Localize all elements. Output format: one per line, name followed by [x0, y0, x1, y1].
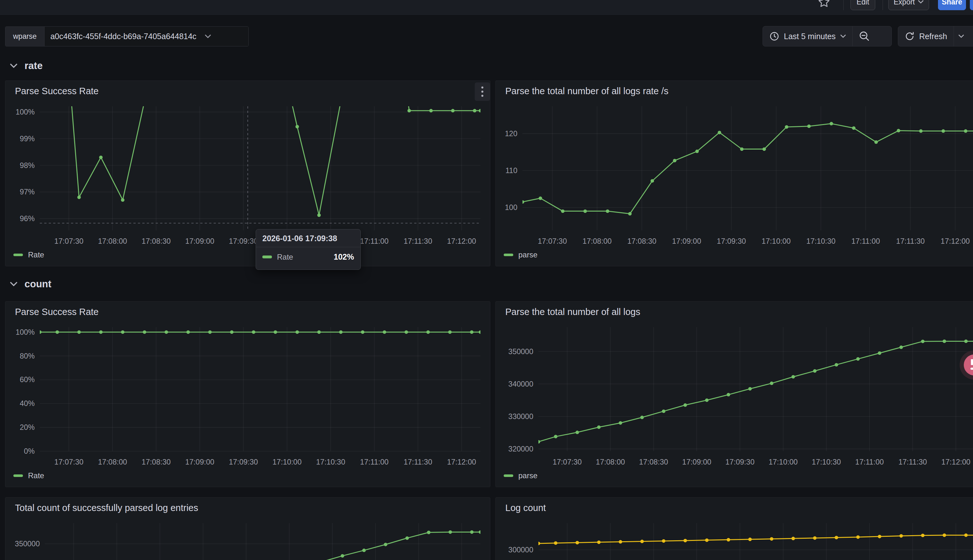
panel-title[interactable]: Parse Success Rate: [15, 307, 99, 317]
svg-text:17:11:30: 17:11:30: [898, 458, 927, 466]
svg-text:17:09:30: 17:09:30: [229, 458, 258, 466]
export-button[interactable]: Export: [888, 0, 929, 10]
svg-text:100%: 100%: [16, 108, 35, 116]
svg-text:17:10:00: 17:10:00: [762, 237, 791, 245]
chart-tooltip: 2026-01-06 17:09:38 Rate 102%: [256, 229, 361, 270]
svg-text:17:09:30: 17:09:30: [717, 237, 746, 245]
panel-parse-success-rate: 17:07:3017:08:0017:08:3017:09:0017:09:30…: [5, 80, 490, 266]
svg-text:97%: 97%: [20, 188, 35, 196]
legend-item-parse[interactable]: parse: [504, 471, 537, 480]
legend-swatch: [13, 474, 23, 477]
svg-text:98%: 98%: [20, 161, 35, 170]
panel-title[interactable]: Log count: [505, 503, 546, 513]
svg-text:17:12:00: 17:12:00: [447, 237, 476, 245]
svg-text:17:10:30: 17:10:30: [812, 458, 841, 466]
panel-title[interactable]: Parse the total number of all logs rate …: [505, 86, 669, 97]
svg-text:40%: 40%: [20, 399, 35, 408]
svg-text:17:08:00: 17:08:00: [98, 458, 127, 466]
chart-parse-success-rate-count[interactable]: 17:07:3017:08:0017:08:3017:09:0017:09:30…: [5, 302, 490, 487]
svg-text:17:11:30: 17:11:30: [404, 458, 432, 466]
svg-text:20%: 20%: [20, 423, 35, 432]
export-button-label: Export: [894, 0, 915, 7]
panel-title[interactable]: Parse the total number of all logs: [505, 307, 640, 317]
panel-parsed-entries-total: 17:07:3017:08:0017:08:3017:09:0017:09:30…: [5, 497, 490, 560]
time-range-picker: Last 5 minutes: [763, 26, 892, 47]
legend-label: parse: [518, 250, 537, 259]
zoom-out-button[interactable]: [853, 27, 876, 46]
toolbar-divider: [883, 0, 883, 10]
section-title-count: count: [25, 278, 51, 290]
refresh-interval-dropdown[interactable]: [954, 27, 968, 46]
svg-text:17:08:30: 17:08:30: [639, 458, 668, 466]
svg-text:17:10:00: 17:10:00: [769, 458, 798, 466]
chart-log-count[interactable]: 17:07:3017:08:0017:08:3017:09:0017:09:30…: [496, 498, 973, 560]
star-icon[interactable]: [818, 0, 830, 8]
svg-text:17:09:00: 17:09:00: [682, 458, 711, 466]
zoom-out-icon: [859, 31, 870, 42]
chevron-down-icon: [840, 34, 846, 38]
variable-value-text: a0c463fc-455f-4ddc-b69a-7405a644814c: [50, 32, 197, 41]
svg-text:80%: 80%: [20, 352, 35, 360]
tooltip-series-swatch: [262, 255, 272, 258]
legend-item-parse[interactable]: parse: [504, 250, 537, 259]
svg-text:17:09:30: 17:09:30: [229, 237, 258, 245]
svg-text:17:08:30: 17:08:30: [142, 237, 171, 245]
svg-text:120: 120: [505, 130, 517, 138]
svg-text:17:08:30: 17:08:30: [627, 237, 656, 245]
svg-text:17:10:30: 17:10:30: [316, 458, 345, 466]
svg-text:17:11:00: 17:11:00: [360, 458, 389, 466]
refresh-icon: [905, 31, 915, 42]
kebab-icon: [481, 86, 484, 97]
legend-swatch: [504, 253, 513, 256]
chevron-down-icon: [958, 34, 964, 38]
chart-logs-rate[interactable]: 17:07:3017:08:0017:08:3017:09:0017:09:30…: [496, 81, 973, 266]
chevron-down-icon: [918, 0, 924, 4]
template-variable-control[interactable]: wparse a0c463fc-455f-4ddc-b69a-7405a6448…: [5, 27, 249, 47]
legend-label: Rate: [28, 471, 44, 480]
share-dropdown-button[interactable]: [970, 0, 973, 10]
svg-text:17:09:00: 17:09:00: [185, 237, 214, 245]
svg-text:330000: 330000: [509, 412, 533, 421]
svg-text:17:12:00: 17:12:00: [941, 237, 970, 245]
panel-title[interactable]: Total count of successfully parsed log e…: [15, 503, 198, 513]
panel-title[interactable]: Parse Success Rate: [15, 86, 99, 97]
legend-item-rate[interactable]: Rate: [13, 471, 44, 480]
edit-button[interactable]: Edit: [850, 0, 875, 10]
share-button-label: Share: [942, 0, 962, 7]
svg-text:100: 100: [505, 203, 517, 212]
chart-total-logs[interactable]: 17:07:3017:08:0017:08:3017:09:0017:09:30…: [496, 302, 973, 487]
svg-text:17:07:30: 17:07:30: [55, 458, 83, 466]
chevron-down-icon: [205, 34, 211, 38]
time-range-button[interactable]: Last 5 minutes: [763, 27, 852, 46]
svg-text:17:07:30: 17:07:30: [538, 237, 567, 245]
variable-value-dropdown[interactable]: a0c463fc-455f-4ddc-b69a-7405a644814c: [45, 27, 248, 46]
share-button[interactable]: Share: [938, 0, 966, 10]
notification-bubble[interactable]: [964, 355, 973, 375]
svg-text:110: 110: [506, 167, 517, 175]
svg-text:100%: 100%: [16, 328, 35, 336]
notification-bubble-glyph: [970, 359, 973, 371]
clock-icon: [769, 31, 779, 42]
section-row-count[interactable]: count: [10, 278, 51, 290]
svg-text:17:11:00: 17:11:00: [855, 458, 884, 466]
svg-text:17:09:00: 17:09:00: [672, 237, 701, 245]
svg-text:17:10:30: 17:10:30: [806, 237, 835, 245]
section-row-rate[interactable]: rate: [10, 60, 43, 72]
panel-log-count: 17:07:3017:08:0017:08:3017:09:0017:09:30…: [496, 497, 973, 560]
svg-text:17:07:30: 17:07:30: [553, 458, 582, 466]
svg-text:17:12:00: 17:12:00: [447, 458, 476, 466]
legend-item-rate[interactable]: Rate: [13, 250, 44, 259]
refresh-button[interactable]: Refresh: [898, 27, 954, 46]
refresh-picker: Refresh: [898, 26, 973, 47]
panel-menu-button[interactable]: [475, 82, 490, 101]
svg-text:300000: 300000: [509, 546, 533, 554]
refresh-button-label: Refresh: [919, 32, 947, 41]
chevron-down-icon: [10, 282, 18, 287]
panel-logs-rate: 17:07:3017:08:0017:08:3017:09:0017:09:30…: [496, 80, 973, 266]
edit-button-label: Edit: [856, 0, 869, 7]
chart-parse-success-rate[interactable]: 17:07:3017:08:0017:08:3017:09:0017:09:30…: [5, 81, 490, 266]
section-title-rate: rate: [25, 60, 43, 72]
svg-text:17:11:00: 17:11:00: [851, 237, 880, 245]
legend-swatch: [13, 253, 23, 256]
svg-text:350000: 350000: [509, 347, 533, 356]
